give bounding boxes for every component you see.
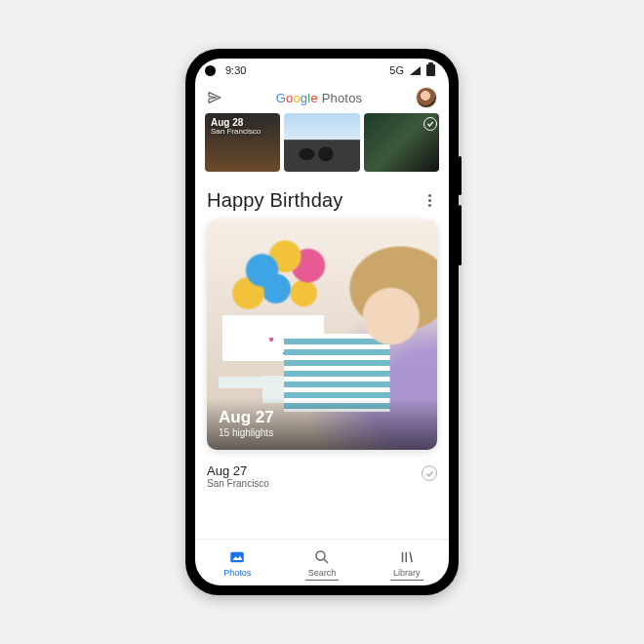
tab-label: Search [308,568,337,578]
memories-thumb[interactable] [284,113,359,172]
tab-underline [390,580,423,581]
highlight-overlay: Aug 27 15 highlights [207,398,437,450]
search-icon [313,548,331,566]
svg-point-2 [316,551,325,560]
library-icon [398,548,416,566]
tab-label: Library [393,568,421,578]
section-location: San Francisco [207,478,422,489]
account-avatar[interactable] [416,87,437,108]
day-section-header: Aug 27 San Francisco [207,463,437,489]
signal-icon [410,66,421,75]
highlight-card[interactable]: Aug 27 15 highlights [207,220,437,450]
status-bar: 9:30 5G [195,59,449,82]
bottom-nav: Photos Search Library [195,539,449,585]
svg-rect-0 [231,551,245,562]
phone-frame: 9:30 5G Google Photos Aug 28 San Francis… [185,49,459,595]
highlight-title: Happy Birthday [207,189,422,212]
section-date: Aug 27 [207,463,422,478]
memories-caption: Aug 28 San Francisco [211,117,261,137]
backup-status-icon[interactable] [423,117,437,131]
highlight-date: Aug 27 [219,408,425,427]
share-icon[interactable] [207,90,222,105]
app-header: Google Photos [195,82,449,113]
highlight-subtitle: 15 highlights [219,427,425,438]
tab-library[interactable]: Library [364,540,449,585]
memories-strip: Aug 28 San Francisco [195,113,449,172]
backup-status-icon[interactable] [422,465,437,481]
memories-thumb[interactable]: Aug 28 San Francisco [205,113,280,172]
tab-label: Photos [223,568,251,578]
status-time: 9:30 [225,64,246,76]
status-network-label: 5G [389,64,404,76]
tab-underline [305,580,339,581]
camera-punch-hole [205,65,216,76]
phone-side-button [459,156,462,195]
overflow-menu-icon[interactable] [422,194,437,207]
photos-icon [228,548,246,566]
app-title: Google Photos [222,91,416,105]
tab-search[interactable]: Search [280,540,365,585]
main-content: Happy Birthday Aug 27 15 highlights Aug … [195,172,449,539]
phone-side-button [459,205,462,265]
battery-icon [426,64,435,76]
svg-line-6 [410,551,412,562]
tab-photos[interactable]: Photos [195,540,280,585]
screen: 9:30 5G Google Photos Aug 28 San Francis… [195,59,449,585]
svg-line-3 [324,559,328,563]
